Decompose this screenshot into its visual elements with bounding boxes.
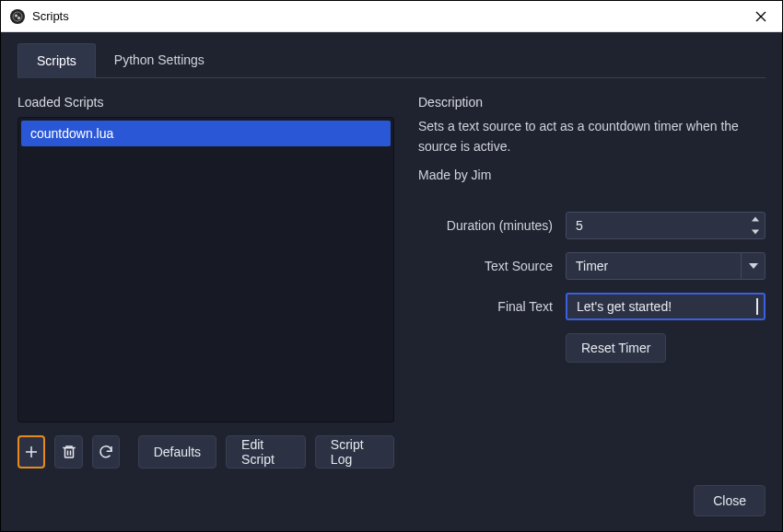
reload-scripts-button[interactable] bbox=[92, 435, 120, 468]
scripts-window: Scripts Scripts Python Settings Loaded S… bbox=[0, 0, 783, 532]
svg-marker-11 bbox=[752, 230, 759, 235]
svg-point-1 bbox=[15, 14, 18, 17]
trash-icon bbox=[61, 444, 77, 460]
final-text-input[interactable] bbox=[566, 293, 765, 320]
script-list[interactable]: countdown.lua bbox=[18, 117, 394, 422]
app-icon bbox=[10, 9, 25, 24]
close-button[interactable]: Close bbox=[694, 485, 765, 516]
final-text-label: Final Text bbox=[418, 299, 566, 314]
edit-script-button[interactable]: Edit Script bbox=[226, 435, 306, 468]
tab-scripts[interactable]: Scripts bbox=[18, 43, 96, 78]
svg-point-0 bbox=[13, 12, 22, 21]
titlebar: Scripts bbox=[1, 1, 782, 32]
defaults-button[interactable]: Defaults bbox=[138, 435, 216, 468]
script-toolbar: Defaults Edit Script Script Log bbox=[18, 435, 394, 468]
add-script-button[interactable] bbox=[18, 435, 45, 468]
script-item-countdown[interactable]: countdown.lua bbox=[21, 121, 391, 146]
script-log-button[interactable]: Script Log bbox=[315, 435, 394, 468]
prop-row-final-text: Final Text bbox=[418, 293, 765, 320]
chevron-down-icon bbox=[752, 229, 759, 235]
plus-icon bbox=[23, 444, 40, 460]
dialog-footer: Close bbox=[18, 468, 765, 516]
window-close-button[interactable] bbox=[740, 1, 782, 32]
tab-python-settings[interactable]: Python Settings bbox=[96, 43, 223, 77]
right-column: Description Sets a text source to act as… bbox=[418, 95, 765, 468]
refresh-icon bbox=[98, 444, 114, 460]
duration-step-up[interactable] bbox=[746, 213, 765, 226]
tab-bar: Scripts Python Settings bbox=[18, 43, 765, 78]
description-text-1: Sets a text source to act as a countdown… bbox=[418, 117, 765, 156]
prop-row-reset: Reset Timer bbox=[418, 333, 765, 363]
main-row: Loaded Scripts countdown.lua Defaults bbox=[18, 95, 765, 468]
close-icon bbox=[755, 11, 766, 22]
svg-marker-10 bbox=[752, 217, 759, 222]
duration-step-down[interactable] bbox=[746, 226, 765, 238]
content-area: Scripts Python Settings Loaded Scripts c… bbox=[1, 32, 782, 531]
chevron-up-icon bbox=[752, 216, 759, 222]
combobox-arrow[interactable] bbox=[741, 253, 765, 279]
svg-rect-7 bbox=[64, 448, 73, 458]
text-cursor bbox=[756, 298, 758, 315]
remove-script-button[interactable] bbox=[54, 435, 82, 468]
script-properties: Duration (minutes) T bbox=[418, 212, 765, 363]
reset-timer-button[interactable]: Reset Timer bbox=[566, 333, 666, 363]
duration-input[interactable] bbox=[567, 213, 746, 238]
duration-spinbox[interactable] bbox=[566, 212, 765, 239]
duration-label: Duration (minutes) bbox=[418, 218, 566, 233]
chevron-down-icon bbox=[749, 263, 758, 269]
description-label: Description bbox=[418, 95, 765, 110]
loaded-scripts-label: Loaded Scripts bbox=[18, 95, 394, 110]
left-column: Loaded Scripts countdown.lua Defaults bbox=[18, 95, 394, 468]
description-text-2: Made by Jim bbox=[418, 166, 765, 186]
prop-row-text-source: Text Source Timer bbox=[418, 252, 765, 280]
text-source-label: Text Source bbox=[418, 259, 566, 273]
svg-point-2 bbox=[18, 17, 20, 19]
window-title: Scripts bbox=[32, 9, 69, 23]
text-source-value: Timer bbox=[567, 259, 741, 273]
prop-row-duration: Duration (minutes) bbox=[418, 212, 765, 239]
text-source-combobox[interactable]: Timer bbox=[566, 252, 765, 280]
svg-marker-12 bbox=[749, 263, 758, 269]
